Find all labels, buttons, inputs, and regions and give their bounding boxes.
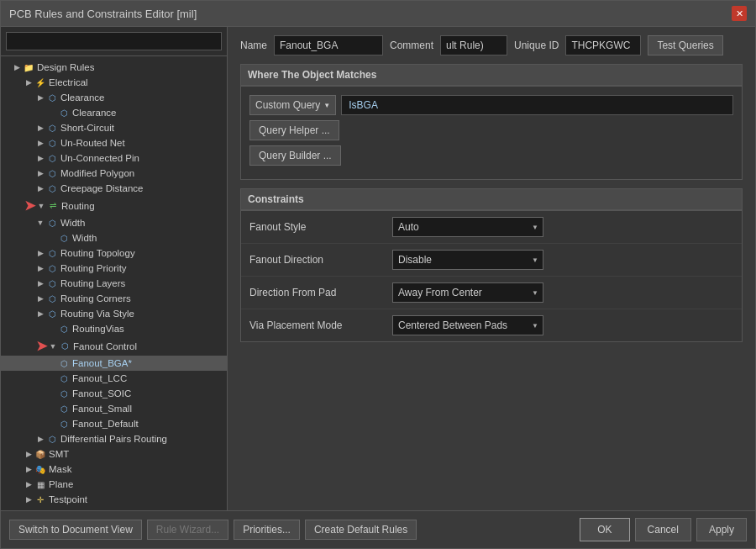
tree-item-design-rules[interactable]: ▶ 📁 Design Rules <box>1 60 227 75</box>
expand-arrow: ▶ <box>24 480 33 488</box>
expand-arrow: ▶ <box>24 465 33 473</box>
expand-arrow: ▶ <box>36 249 45 257</box>
rule-wizard-button[interactable]: Rule Wizard... <box>147 520 228 540</box>
apply-button[interactable]: Apply <box>696 518 747 541</box>
tree-item-routing-layers[interactable]: ▶ ⬡ Routing Layers <box>1 276 227 291</box>
tree-item-creepage-distance[interactable]: ▶ ⬡ Creepage Distance <box>1 181 227 196</box>
custom-query-label: Custom Query <box>255 99 320 111</box>
tree-container[interactable]: ▶ 📁 Design Rules ▶ ⚡ Electrical ▶ ⬡ Clea… <box>1 56 227 510</box>
via-placement-mode-label: Via Placement Mode <box>249 319 384 331</box>
constraints-body: Fanout Style Auto Inline Staggered Fanou… <box>240 210 743 342</box>
tree-label: Routing Corners <box>60 293 131 304</box>
bottom-left-buttons: Switch to Document View Rule Wizard... P… <box>9 520 417 540</box>
cancel-button[interactable]: Cancel <box>635 518 691 541</box>
tree-item-routing-corners[interactable]: ▶ ⬡ Routing Corners <box>1 291 227 306</box>
tree-item-smt[interactable]: ▶ 📦 SMT <box>1 446 227 462</box>
close-button[interactable]: ✕ <box>732 6 747 21</box>
constraints-header: Constraints <box>240 188 743 210</box>
tree-label: Differential Pairs Routing <box>60 434 167 444</box>
fanout-direction-select[interactable]: Disable In Only Out Only In Then Out <box>392 250 543 270</box>
expand-arrow: ▼ <box>49 342 57 351</box>
create-default-rules-button[interactable]: Create Default Rules <box>305 520 417 540</box>
rule-icon: ⬡ <box>58 403 70 414</box>
tree-item-fanout-default[interactable]: ⬡ Fanout_Default <box>1 416 227 431</box>
tree-item-routing-priority[interactable]: ▶ ⬡ Routing Priority <box>1 261 227 276</box>
bottom-bar: Switch to Document View Rule Wizard... P… <box>1 510 755 548</box>
search-box <box>1 27 227 56</box>
via-placement-mode-select[interactable]: Centered Between Pads Close to Pad <box>392 315 543 335</box>
fanout-direction-row: Fanout Direction Disable In Only Out Onl… <box>241 244 742 277</box>
tree-item-modified-polygon[interactable]: ▶ ⬡ Modified Polygon <box>1 166 227 181</box>
fanout-direction-label: Fanout Direction <box>249 254 384 266</box>
tree-item-fanout-control[interactable]: ➤ ▼ ⬡ Fanout Control <box>1 336 227 356</box>
tree-label: Modified Polygon <box>60 168 134 178</box>
tree-item-unrouted-net[interactable]: ▶ ⬡ Un-Routed Net <box>1 135 227 150</box>
priorities-button[interactable]: Priorities... <box>234 520 300 540</box>
fanout-style-select[interactable]: Auto Inline Staggered <box>392 217 543 237</box>
tree-label: Routing Topology <box>60 248 135 258</box>
custom-query-dropdown[interactable]: Custom Query ▼ <box>249 95 336 115</box>
tree-item-mask[interactable]: ▶ 🎭 Mask <box>1 462 227 477</box>
rule-icon: ⬡ <box>46 152 58 164</box>
plane-icon: ▦ <box>34 478 46 490</box>
rule-icon: ⬡ <box>58 372 70 384</box>
tree-item-fanout-soic[interactable]: ⬡ Fanout_SOIC <box>1 386 227 401</box>
tree-label: Width <box>72 233 97 243</box>
dialog-window: PCB Rules and Constraints Editor [mil] ✕… <box>0 0 756 549</box>
direction-from-pad-select[interactable]: Away From Center Toward Center Any <box>392 282 543 303</box>
main-content: ▶ 📁 Design Rules ▶ ⚡ Electrical ▶ ⬡ Clea… <box>1 27 755 510</box>
tree-item-fanout-lcc[interactable]: ⬡ Fanout_LCC <box>1 371 227 386</box>
expand-arrow: ▶ <box>36 184 45 193</box>
tree-item-unconnected-pin[interactable]: ▶ ⬡ Un-Connected Pin <box>1 150 227 166</box>
tree-item-fanout-small[interactable]: ⬡ Fanout_Small <box>1 401 227 416</box>
query-builder-button[interactable]: Query Builder ... <box>249 145 341 166</box>
uniqueid-input[interactable] <box>565 35 641 55</box>
expand-arrow: ▼ <box>37 202 45 210</box>
rule-icon: ⬡ <box>58 357 70 369</box>
tree-item-plane[interactable]: ▶ ▦ Plane <box>1 477 227 492</box>
where-section: Where The Object Matches Custom Query ▼ … <box>240 64 743 180</box>
expand-arrow: ▶ <box>36 154 45 162</box>
constraints-section: Constraints Fanout Style Auto Inline Sta… <box>240 188 743 342</box>
tree-item-clearance[interactable]: ⬡ Clearance <box>1 105 227 120</box>
test-queries-button[interactable]: Test Queries <box>648 35 722 55</box>
tree-item-clearance-group[interactable]: ▶ ⬡ Clearance <box>1 90 227 105</box>
rule-icon: ⬡ <box>46 308 58 319</box>
tree-item-fanout-bga[interactable]: ⬡ Fanout_BGA* <box>1 356 227 371</box>
direction-from-pad-select-wrapper: Away From Center Toward Center Any <box>392 282 543 303</box>
query-helper-button[interactable]: Query Helper ... <box>249 120 339 140</box>
tree-item-routingvias[interactable]: ⬡ RoutingVias <box>1 321 227 336</box>
via-placement-mode-select-wrapper: Centered Between Pads Close to Pad <box>392 315 543 335</box>
tree-item-diff-pairs[interactable]: ▶ ⬡ Differential Pairs Routing <box>1 431 227 446</box>
query-value-input[interactable] <box>341 95 733 115</box>
where-section-header: Where The Object Matches <box>240 64 743 86</box>
tree-item-width[interactable]: ⬡ Width <box>1 230 227 245</box>
rule-icon: ⬡ <box>46 277 58 289</box>
expand-arrow <box>48 234 56 242</box>
tree-item-short-circuit[interactable]: ▶ ⬡ Short-Circuit <box>1 120 227 135</box>
tree-item-routing[interactable]: ➤ ▼ ⇌ Routing <box>1 196 227 215</box>
tree-item-electrical[interactable]: ▶ ⚡ Electrical <box>1 75 227 90</box>
tree-item-width-group[interactable]: ▼ ⬡ Width <box>1 215 227 230</box>
rule-icon: ⬡ <box>46 247 58 259</box>
tree-item-testpoint[interactable]: ▶ ✛ Testpoint <box>1 492 227 507</box>
name-input[interactable] <box>274 35 383 55</box>
switch-to-document-view-button[interactable]: Switch to Document View <box>9 520 142 540</box>
tree-item-routing-topology[interactable]: ▶ ⬡ Routing Topology <box>1 245 227 261</box>
tree-item-routing-via-style[interactable]: ▶ ⬡ Routing Via Style <box>1 306 227 321</box>
ok-button[interactable]: OK <box>580 518 629 541</box>
rule-icon: ⬡ <box>46 433 58 445</box>
search-input[interactable] <box>6 32 222 50</box>
red-arrow-fanout-icon: ➤ <box>36 338 47 354</box>
rule-icon: ⬡ <box>46 293 58 304</box>
rule-icon: ⬡ <box>46 92 58 103</box>
rule-icon: ⬡ <box>46 122 58 134</box>
tree-label: Fanout Control <box>73 341 137 351</box>
expand-arrow: ▶ <box>36 309 45 318</box>
rule-icon: ⬡ <box>58 323 70 335</box>
right-panel: Name Comment Unique ID Test Queries Wher… <box>228 27 755 510</box>
expand-arrow: ▶ <box>36 93 45 102</box>
comment-input[interactable] <box>440 35 507 55</box>
name-label: Name <box>240 40 267 51</box>
expand-arrow: ▶ <box>36 124 45 132</box>
